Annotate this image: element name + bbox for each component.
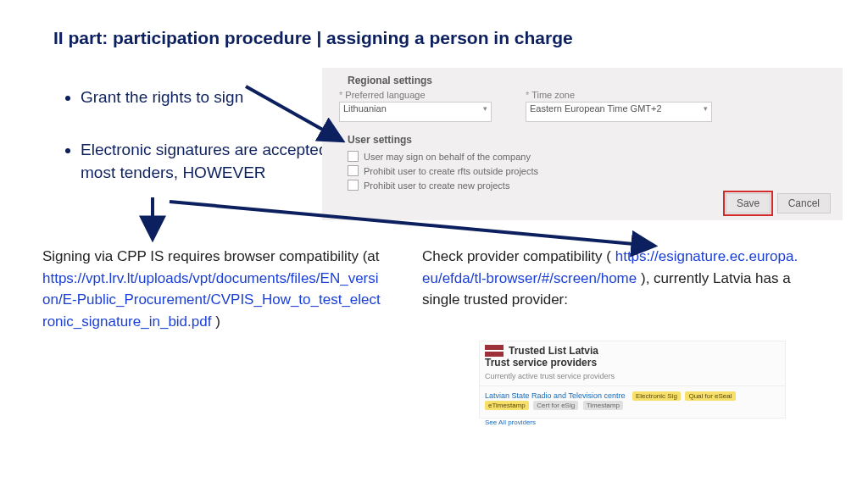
cancel-button[interactable]: Cancel	[777, 193, 831, 214]
left-text-pre: Signing via CPP IS requires browser comp…	[42, 248, 379, 264]
cpp-is-test-link[interactable]: https://vpt.lrv.lt/uploads/vpt/documents…	[42, 270, 381, 330]
trusted-list-caption: Currently active trust service providers	[480, 370, 785, 386]
checkbox-label: User may sign on behalf of the company	[364, 152, 531, 162]
checkbox-icon	[348, 165, 359, 176]
latvia-flag-icon	[485, 345, 504, 357]
checkbox-prohibit-rfts[interactable]: Prohibit user to create rfts outside pro…	[322, 164, 843, 178]
time-zone-label: Time zone	[526, 90, 712, 100]
right-text-pre: Check provider compatibility (	[422, 248, 611, 264]
slide-title: II part: participation procedure | assig…	[53, 28, 573, 48]
preferred-language-label: Preferred language	[339, 90, 492, 100]
checkbox-label: Prohibit user to create rfts outside pro…	[364, 166, 538, 176]
checkbox-icon	[348, 151, 359, 162]
checkbox-prohibit-projects[interactable]: Prohibit user to create new projects	[322, 178, 843, 192]
see-all-providers-link[interactable]: See All providers	[480, 415, 785, 430]
provider-tag: Qual for eSeal	[685, 391, 735, 401]
save-button[interactable]: Save	[726, 193, 771, 214]
regional-settings-heading: Regional settings	[322, 68, 843, 90]
provider-tag: Electronic Sig	[632, 391, 681, 401]
left-paragraph: Signing via CPP IS requires browser comp…	[42, 246, 381, 332]
bullet-grant-rights: Grant the rights to sign	[81, 86, 352, 109]
checkbox-label: Prohibit user to create new projects	[364, 180, 509, 191]
provider-tag: Timestamp	[583, 401, 623, 410]
trusted-provider-name[interactable]: Latvian State Radio and Television centr…	[485, 391, 625, 400]
bullet-list: Grant the rights to sign Electronic sign…	[47, 86, 352, 214]
trusted-list-subtitle: Trust service providers	[480, 357, 785, 370]
provider-tag: eTimestamp	[485, 401, 529, 410]
preferred-language-select[interactable]: Lithuanian	[339, 102, 492, 122]
user-settings-heading: User settings	[322, 127, 843, 149]
trusted-list-title: Trusted List Latvia	[509, 345, 598, 357]
checkbox-icon	[348, 180, 359, 191]
checkbox-sign-on-behalf[interactable]: User may sign on behalf of the company	[322, 149, 843, 164]
right-paragraph: Check provider compatibility ( https://e…	[422, 246, 804, 311]
bullet-electronic-sig: Electronic signatures are accepted in mo…	[81, 138, 352, 185]
settings-panel: Regional settings Preferred language Lit…	[322, 68, 843, 220]
trusted-provider-row: Latvian State Radio and Television centr…	[480, 386, 785, 415]
trusted-list-panel: Trusted List Latvia Trust service provid…	[479, 341, 786, 419]
provider-tag: Cert for eSig	[533, 401, 578, 410]
left-text-post: )	[215, 313, 220, 330]
time-zone-select[interactable]: Eastern European Time GMT+2	[526, 102, 712, 122]
